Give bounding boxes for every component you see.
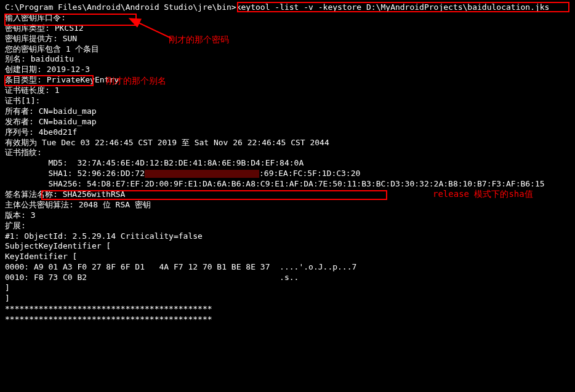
sha1-highlight-box <box>41 190 387 200</box>
extension-close-2: ] <box>5 294 570 304</box>
extension-2: SubjectKeyIdentifier [ <box>5 241 570 252</box>
cert-index: 证书[1]: <box>5 96 570 106</box>
command-highlight-box <box>237 2 569 12</box>
sha1-suffix: :69:EA:FC:5F:1D:C3:20 <box>259 169 360 178</box>
prompt-path: C:\Program Files\Android\Android Studio\… <box>5 2 236 12</box>
sha1-fingerprint: SHA1: 52:96:26:DD:72:69:EA:FC:5F:1D:C3:2… <box>5 169 570 179</box>
md5-fingerprint: MD5: 32:7A:45:6E:4D:12:B2:DE:41:8A:6E:9B… <box>5 158 570 169</box>
svg-line-1 <box>137 22 171 38</box>
alias-highlight-box <box>4 75 94 86</box>
extensions-label: 扩展: <box>5 221 570 231</box>
separator-2: ****************************************… <box>5 314 570 325</box>
separator-1: ****************************************… <box>5 304 570 314</box>
extension-3: KeyIdentifier [ <box>5 252 570 262</box>
extension-close-1: ] <box>5 283 570 294</box>
serial-number: 序列号: 4be0d21f <box>5 127 570 138</box>
version: 版本: 3 <box>5 210 570 221</box>
validity-period: 有效期为 Tue Dec 03 22:46:45 CST 2019 至 Sat … <box>5 138 570 148</box>
issuer: 发布者: CN=baidu_map <box>5 117 570 127</box>
terminal-output: C:\Program Files\Android\Android Studio\… <box>5 2 570 325</box>
arrow-icon <box>132 18 179 43</box>
entry-count: 您的密钥库包含 1 个条目 <box>5 44 570 55</box>
creation-date: 创建日期: 2019-12-3 <box>5 65 570 75</box>
keystore-provider: 密钥库提供方: SUN <box>5 34 570 44</box>
cert-chain-length: 证书链长度: 1 <box>5 86 570 96</box>
hex-dump-1: 0000: A9 01 A3 F0 27 8F 6F D1 4A F7 12 7… <box>5 262 570 273</box>
extension-1: #1: ObjectId: 2.5.29.14 Criticality=fals… <box>5 231 570 242</box>
sha1-redacted <box>145 170 259 178</box>
alias-line: 别名: baiduditu <box>5 54 570 65</box>
password-highlight-box <box>4 14 137 26</box>
sha-annotation: release 模式下的sha值 <box>433 188 533 199</box>
hex-dump-2: 0010: F8 73 C0 B2 .s.. <box>5 273 570 283</box>
owner: 所有者: CN=baidu_map <box>5 106 570 117</box>
alias-annotation: 刚才的那个别名 <box>106 75 166 86</box>
sha1-prefix: SHA1: 52:96:26:DD:72 <box>5 169 145 178</box>
fingerprint-label: 证书指纹: <box>5 148 570 158</box>
public-key-algorithm: 主体公共密钥算法: 2048 位 RSA 密钥 <box>5 200 570 210</box>
